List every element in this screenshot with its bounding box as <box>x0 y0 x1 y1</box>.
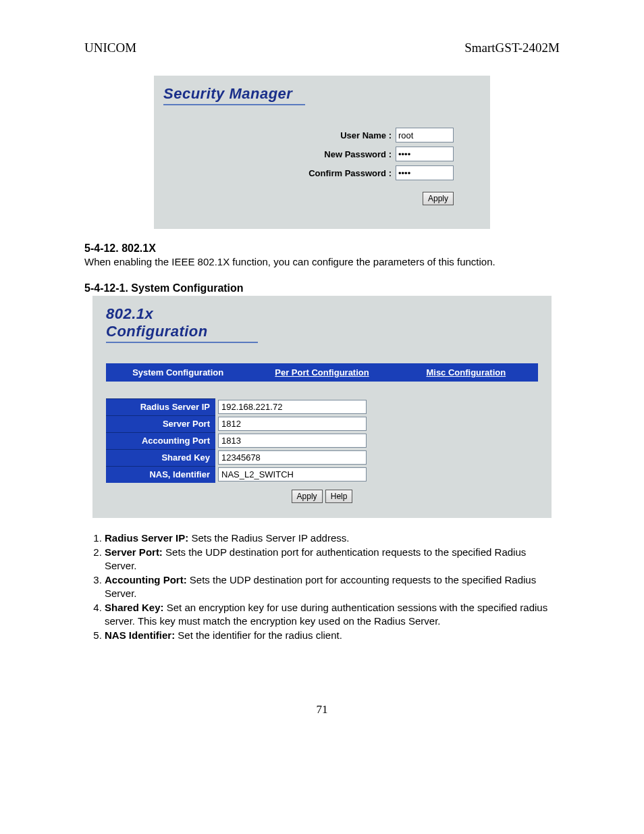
config-help-button[interactable]: Help <box>325 490 353 503</box>
tab-system-configuration[interactable]: System Configuration <box>106 363 250 382</box>
header-right: SmartGST-2402M <box>464 41 560 55</box>
accounting-port-input[interactable] <box>218 434 367 448</box>
section-heading-8021x: 5-4-12. 802.1X <box>84 242 560 255</box>
nas-identifier-label: NAS, Identifier <box>106 466 215 483</box>
config-panel-title: 802.1x Configuration <box>106 305 258 343</box>
new-password-label: New Password : <box>324 149 392 159</box>
section-text-8021x: When enabling the IEEE 802.1X function, … <box>84 256 560 269</box>
description-list: Radius Server IP: Sets the Radius Server… <box>84 531 560 642</box>
security-panel-title: Security Manager <box>163 85 305 105</box>
config-apply-button[interactable]: Apply <box>292 490 323 503</box>
shared-key-input[interactable] <box>218 450 367 465</box>
radius-server-ip-label: Radius Server IP <box>106 398 215 415</box>
list-item: Accounting Port: Sets the UDP destinatio… <box>105 573 560 600</box>
section-heading-system-config: 5-4-12-1. System Configuration <box>84 282 560 294</box>
nas-identifier-input[interactable] <box>218 467 367 481</box>
security-apply-button[interactable]: Apply <box>423 192 454 205</box>
config-tabs: System Configuration Per Port Configurat… <box>106 363 538 382</box>
header-left: UNICOM <box>84 41 136 55</box>
8021x-config-panel: 802.1x Configuration System Configuratio… <box>92 296 552 518</box>
server-port-label: Server Port <box>106 415 215 432</box>
security-manager-panel: Security Manager User Name : New Passwor… <box>154 76 490 229</box>
server-port-input[interactable] <box>218 417 367 431</box>
username-input[interactable] <box>396 128 454 142</box>
username-label: User Name : <box>340 130 392 140</box>
page-header: UNICOM SmartGST-2402M <box>84 41 560 55</box>
accounting-port-label: Accounting Port <box>106 432 215 449</box>
list-item: Server Port: Sets the UDP destination po… <box>105 546 560 572</box>
shared-key-label: Shared Key <box>106 449 215 466</box>
list-item: Radius Server IP: Sets the Radius Server… <box>105 531 560 545</box>
confirm-password-label: Confirm Password : <box>308 168 392 178</box>
new-password-input[interactable] <box>396 147 454 161</box>
list-item: NAS Identifier: Set the identifier for t… <box>105 629 560 642</box>
tab-misc-configuration[interactable]: Misc Configuration <box>394 363 538 382</box>
radius-server-ip-input[interactable] <box>218 400 367 414</box>
tab-per-port-configuration[interactable]: Per Port Configuration <box>250 363 394 382</box>
confirm-password-input[interactable] <box>396 165 454 180</box>
list-item: Shared Key: Set an encryption key for us… <box>105 601 560 627</box>
page-number: 71 <box>84 703 560 716</box>
